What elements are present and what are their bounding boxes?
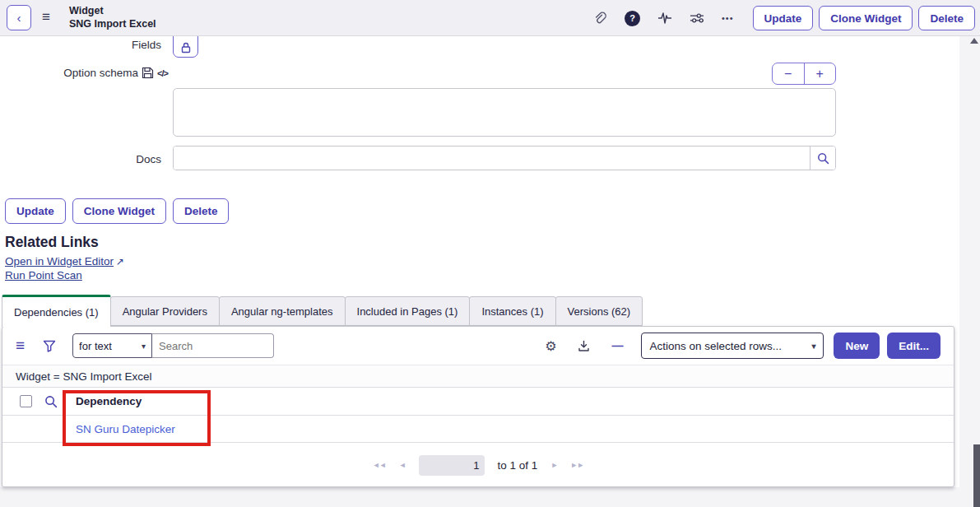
list-menu-icon[interactable]: ≡	[16, 337, 25, 355]
list-toolbar: ≡ for text ▾ ⚙ — Acti	[2, 327, 954, 365]
delete-button-footer[interactable]: Delete	[173, 198, 230, 224]
help-icon[interactable]: ?	[625, 11, 640, 26]
docs-reference-field	[173, 146, 836, 170]
pagination-range-label: to 1 of 1	[498, 459, 538, 472]
clone-widget-button[interactable]: Clone Widget	[819, 6, 913, 30]
list-search-input[interactable]	[152, 333, 274, 358]
option-schema-label-row: Option schema </>	[0, 67, 168, 79]
list-pagination: ◄◄ ◄ 1 to 1 of 1 ► ►►	[2, 443, 954, 487]
select-all-checkbox[interactable]	[20, 395, 32, 407]
tab-angular-ng-templates[interactable]: Angular ng-templates	[219, 296, 346, 326]
option-schema-textarea[interactable]	[173, 88, 836, 137]
tab-versions[interactable]: Versions (62)	[555, 296, 643, 326]
personalize-sliders-icon[interactable]	[690, 11, 704, 26]
update-button[interactable]: Update	[753, 6, 814, 30]
increase-button[interactable]: +	[805, 63, 836, 84]
search-icon	[817, 152, 829, 165]
attachment-icon[interactable]	[592, 11, 607, 26]
tab-included-in-pages[interactable]: Included in Pages (1)	[345, 296, 471, 326]
decrease-button[interactable]: −	[773, 63, 805, 84]
form-panel: Fields Option schema </> − + Docs	[0, 36, 959, 487]
docs-input[interactable]	[174, 147, 810, 170]
edit-button[interactable]: Edit...	[887, 333, 941, 359]
tab-instances[interactable]: Instances (1)	[469, 296, 555, 326]
next-page-icon[interactable]: ►	[550, 461, 557, 469]
schema-size-stepper: − +	[772, 63, 836, 85]
dependency-record-link[interactable]: SN Guru Datepicker	[76, 423, 175, 435]
column-header-dependency[interactable]: Dependency	[76, 395, 142, 407]
column-search-icon[interactable]	[44, 395, 58, 408]
fields-label: Fields	[33, 39, 161, 51]
export-download-icon[interactable]	[578, 340, 590, 352]
chevron-left-icon: ‹	[17, 11, 21, 25]
list-breadcrumb[interactable]: Widget = SNG Import Excel	[2, 365, 954, 388]
filter-icon[interactable]	[43, 340, 56, 352]
scrollbar-thumb[interactable]	[973, 444, 980, 507]
lock-icon	[180, 42, 192, 53]
prev-page-icon[interactable]: ◄	[399, 461, 406, 469]
related-links-heading: Related Links	[5, 234, 99, 251]
page-number-input[interactable]: 1	[419, 455, 485, 476]
chevron-down-icon: ▾	[811, 342, 815, 351]
form-footer-actions: Update Clone Widget Delete	[5, 198, 229, 224]
clone-widget-button-footer[interactable]: Clone Widget	[72, 198, 166, 224]
record-header: ‹ ≡ Widget SNG Import Excel ? ••• Update…	[0, 0, 980, 36]
record-name: SNG Import Excel	[69, 17, 156, 30]
table-header-row: Dependency	[2, 388, 954, 416]
update-button-footer[interactable]: Update	[5, 198, 66, 224]
docs-lookup-button[interactable]	[810, 147, 835, 170]
save-schema-icon[interactable]	[142, 67, 154, 79]
record-type: Widget	[69, 4, 156, 17]
chevron-down-icon: ▾	[142, 342, 146, 351]
tab-angular-providers[interactable]: Angular Providers	[110, 296, 220, 326]
search-field-select[interactable]: for text ▾	[72, 333, 152, 358]
delete-button[interactable]: Delete	[918, 6, 975, 30]
more-options-icon[interactable]: •••	[722, 13, 734, 23]
actions-on-rows-select[interactable]: Actions on selected rows... ▾	[641, 333, 824, 359]
list-settings-gear-icon[interactable]: ⚙	[545, 338, 556, 354]
first-page-icon[interactable]: ◄◄	[373, 461, 386, 469]
new-button[interactable]: New	[834, 333, 880, 359]
open-in-widget-editor-link[interactable]: Open in Widget Editor↗	[5, 255, 124, 267]
table-row: SN Guru Datepicker	[2, 416, 954, 443]
run-point-scan-link[interactable]: Run Point Scan	[5, 269, 82, 281]
code-editor-icon[interactable]: </>	[157, 68, 168, 78]
dependencies-list-card: ≡ for text ▾ ⚙ — Acti	[2, 326, 954, 487]
last-page-icon[interactable]: ►►	[570, 461, 583, 469]
external-link-icon: ↗	[116, 256, 124, 267]
collapse-list-icon[interactable]: —	[611, 339, 623, 352]
related-list-tabs: Dependencies (1) Angular Providers Angul…	[2, 295, 642, 326]
scrollbar-up-arrow[interactable]	[970, 38, 978, 44]
activity-stream-icon[interactable]	[657, 11, 672, 26]
back-button[interactable]: ‹	[7, 5, 31, 30]
option-schema-label: Option schema	[63, 67, 138, 79]
docs-label: Docs	[33, 153, 161, 165]
context-menu-icon[interactable]: ≡	[42, 9, 50, 26]
tab-dependencies[interactable]: Dependencies (1)	[2, 295, 111, 327]
record-title: Widget SNG Import Excel	[69, 4, 156, 30]
